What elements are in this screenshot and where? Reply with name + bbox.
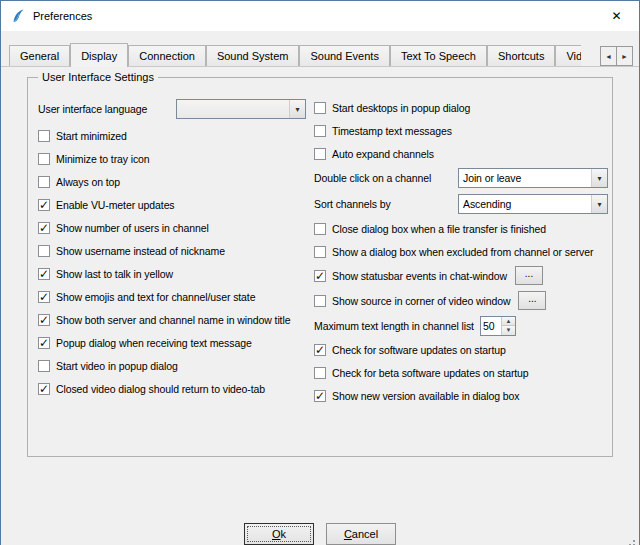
ui-settings-group: User Interface Settings User interface l… [27,77,613,457]
left-column: User interface language ▾ Start minimize… [38,96,306,407]
checkbox-box [314,295,326,307]
sort-channels-row: Sort channels by Ascending ▾ [314,191,608,217]
checkbox-box [38,199,50,211]
checkbox-popup-dialog-on-text-message[interactable]: Popup dialog when receiving text message [38,331,306,354]
statusbar-events-config-button[interactable]: ... [515,266,543,285]
chevron-down-icon: ▾ [591,169,607,187]
checkbox-label: Minimize to tray icon [56,153,150,165]
tab-strip: General Display Connection Sound System … [9,43,581,67]
double-click-on-channel-select[interactable]: Join or leave ▾ [458,168,608,188]
tab-display[interactable]: Display [70,43,128,67]
right-column: Start desktops in popup dialog Timestamp… [314,96,608,407]
checkbox-box [38,245,50,257]
tab-shortcuts[interactable]: Shortcuts [487,45,555,66]
video-source-config-button[interactable]: ... [518,291,546,310]
checkbox-label: Show statusbar events in chat-window [332,270,507,282]
max-text-length-input[interactable] [481,317,501,335]
preferences-dialog: Preferences ✕ General Display Connection… [0,0,640,545]
spinner-buttons: ▲ ▼ [501,317,515,335]
language-select[interactable]: ▾ [176,99,306,119]
tab-general[interactable]: General [9,45,70,66]
language-select-value [177,100,289,118]
checkbox-timestamp-text-messages[interactable]: Timestamp text messages [314,119,608,142]
checkbox-check-for-updates[interactable]: Check for software updates on startup [314,338,608,361]
checkbox-box [314,223,326,235]
checkbox-box [314,344,326,356]
checkbox-box [314,125,326,137]
tab-sound-system[interactable]: Sound System [206,45,300,66]
language-row: User interface language ▾ [38,96,306,122]
checkbox-closed-video-return-to-video-tab[interactable]: Closed video dialog should return to vid… [38,377,306,400]
checkbox-check-for-beta-updates[interactable]: Check for beta software updates on start… [314,361,608,384]
spin-up-button[interactable]: ▲ [502,317,515,326]
checkbox-show-statusbar-events[interactable]: Show statusbar events in chat-window [314,270,507,282]
max-text-length-row: Maximum text length in channel list ▲ ▼ [314,313,608,338]
tab-connection[interactable]: Connection [128,45,206,66]
checkbox-show-last-to-talk-in-yellow[interactable]: Show last to talk in yellow [38,262,306,285]
tab-scroll-right-button[interactable]: ► [616,46,633,66]
checkbox-label: Enable VU-meter updates [56,199,175,211]
settings-columns: User interface language ▾ Start minimize… [28,78,612,407]
checkbox-start-minimized[interactable]: Start minimized [38,124,306,147]
checkbox-label: Start desktops in popup dialog [332,102,470,114]
tab-scroll-right-icon: ► [621,53,628,60]
checkbox-box [314,367,326,379]
checkbox-label: Auto expand channels [332,148,434,160]
app-icon [10,8,26,24]
checkbox-label: Show a dialog box when excluded from cha… [332,246,593,258]
checkbox-box [38,222,50,234]
checkbox-label: Show emojis and text for channel/user st… [56,291,255,303]
max-text-length-spinner: ▲ ▼ [480,316,516,336]
ok-button[interactable]: Ok [244,523,314,545]
checkbox-show-source-in-video-window[interactable]: Show source in corner of video window [314,295,510,307]
checkbox-show-emojis-and-text[interactable]: Show emojis and text for channel/user st… [38,285,306,308]
checkbox-show-username-instead-of-nickname[interactable]: Show username instead of nickname [38,239,306,262]
checkbox-box [38,383,50,395]
double-click-select-value: Join or leave [459,169,591,187]
checkbox-show-dialog-when-excluded[interactable]: Show a dialog box when excluded from cha… [314,240,608,263]
checkbox-box [314,390,326,402]
checkbox-auto-expand-channels[interactable]: Auto expand channels [314,142,608,165]
checkbox-start-desktops-in-popup[interactable]: Start desktops in popup dialog [314,96,608,119]
window-title: Preferences [33,10,92,22]
checkbox-close-dialog-on-file-transfer[interactable]: Close dialog box when a file transfer is… [314,217,608,240]
ok-button-label: Ok [272,528,286,540]
tab-text-to-speech[interactable]: Text To Speech [390,45,487,66]
checkbox-label: Popup dialog when receiving text message [56,337,252,349]
dialog-buttons: Ok Cancel [1,523,639,545]
checkbox-label: Check for software updates on startup [332,344,506,356]
language-label: User interface language [38,103,147,115]
double-click-label: Double click on a channel [314,172,431,184]
checkbox-box [38,314,50,326]
checkbox-show-number-of-users[interactable]: Show number of users in channel [38,216,306,239]
checkbox-label: Show both server and channel name in win… [56,314,290,326]
checkbox-always-on-top[interactable]: Always on top [38,170,306,193]
checkbox-label: Show source in corner of video window [332,295,510,307]
titlebar[interactable]: Preferences ✕ [1,1,639,31]
tab-scroll-left-button[interactable]: ◄ [600,46,617,66]
checkbox-start-video-in-popup[interactable]: Start video in popup dialog [38,354,306,377]
cancel-button[interactable]: Cancel [326,523,396,545]
checkbox-label: Show username instead of nickname [56,245,225,257]
spin-down-icon: ▼ [505,327,511,333]
max-text-length-label: Maximum text length in channel list [314,320,474,332]
checkbox-label: Timestamp text messages [332,125,452,137]
checkbox-enable-vu-meter-updates[interactable]: Enable VU-meter updates [38,193,306,216]
checkbox-label: Start minimized [56,130,127,142]
resize-grip[interactable] [624,539,635,545]
checkbox-label: Show new version available in dialog box [332,390,519,402]
tab-sound-events[interactable]: Sound Events [299,45,390,66]
checkbox-box [38,360,50,372]
checkbox-label: Closed video dialog should return to vid… [56,383,265,395]
checkbox-show-server-and-channel-in-title[interactable]: Show both server and channel name in win… [38,308,306,331]
sort-channels-select-value: Ascending [459,195,591,213]
tab-bar: General Display Connection Sound System … [1,31,639,67]
close-button[interactable]: ✕ [594,1,639,31]
cancel-button-label: Cancel [344,528,378,540]
checkbox-label: Check for beta software updates on start… [332,367,529,379]
tab-video[interactable]: Video [555,45,581,66]
checkbox-minimize-to-tray[interactable]: Minimize to tray icon [38,147,306,170]
sort-channels-by-select[interactable]: Ascending ▾ [458,194,608,214]
checkbox-show-new-version-dialog[interactable]: Show new version available in dialog box [314,384,608,407]
spin-down-button[interactable]: ▼ [502,325,515,335]
